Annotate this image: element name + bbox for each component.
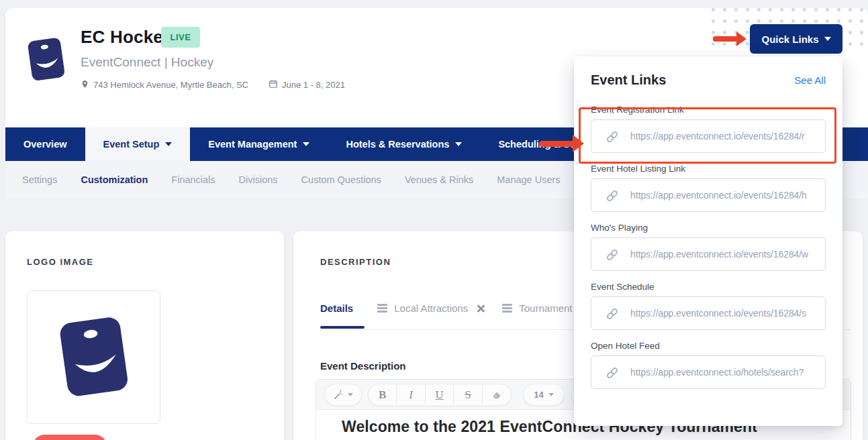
event-description-label: Event Description <box>320 360 406 372</box>
event-link-label: Open Hotel Feed <box>591 341 826 352</box>
event-registration-link-input[interactable]: https://app.eventconnect.io/events/16284… <box>591 119 826 153</box>
quick-links-button[interactable]: Quick Links <box>750 24 842 54</box>
description-tabs: Details Local Attractions Tournament Spo <box>320 302 593 314</box>
logo-image-card: LOGO IMAGE <box>5 231 284 440</box>
nav-item-event-management[interactable]: Event Management <box>190 127 328 161</box>
event-link-url: https://app.eventconnect.io/events/16284… <box>630 190 807 201</box>
subnav-item-custom-questions[interactable]: Custom Questions <box>301 174 381 185</box>
nav-item-overview[interactable]: Overview <box>5 127 85 161</box>
tab-local-attractions[interactable]: Local Attractions <box>394 302 468 314</box>
event-link-label: Event Hotel Listing Link <box>591 164 826 175</box>
chain-link-icon <box>605 307 620 324</box>
remove-logo-button[interactable] <box>32 435 107 440</box>
location-pin-icon <box>81 80 89 91</box>
chain-link-icon <box>605 248 620 265</box>
active-tab-underline <box>320 326 365 329</box>
logo-card-title: LOGO IMAGE <box>27 257 94 267</box>
description-card-title: DESCRIPTION <box>320 257 391 267</box>
event-link-label: Event Registration Link <box>591 105 826 116</box>
subnav-item-settings[interactable]: Settings <box>22 174 57 185</box>
font-size-select[interactable]: 14 <box>523 384 565 406</box>
event-link-field-whos-playing: Who's Playing https://app.eventconnect.i… <box>591 223 826 271</box>
event-link-field-hotel-listing: Event Hotel Listing Link https://app.eve… <box>591 164 826 212</box>
event-logo-badge-icon <box>24 34 68 86</box>
bold-button[interactable]: B <box>369 384 397 405</box>
event-meta-row: 743 Hemlock Avenue, Myrtle Beach, SC Jun… <box>81 79 345 91</box>
event-dates: June 1 - 8, 2021 <box>282 80 345 90</box>
chevron-down-icon <box>548 393 554 396</box>
eraser-button[interactable] <box>483 384 511 405</box>
magic-wand-button[interactable] <box>324 384 362 406</box>
event-hotel-listing-link-input[interactable]: https://app.eventconnect.io/events/16284… <box>591 178 826 212</box>
chevron-down-icon <box>303 142 309 146</box>
subnav-item-financials[interactable]: Financials <box>171 174 215 185</box>
chain-link-icon <box>605 366 620 383</box>
magic-wand-icon <box>333 389 344 400</box>
page-title: EC Hockey <box>81 27 173 48</box>
chevron-down-icon <box>455 142 462 146</box>
nav-label: Hotels & Reservations <box>346 139 449 150</box>
event-link-url: https://app.eventconnect.io/events/16284… <box>630 249 808 260</box>
whos-playing-link-input[interactable]: https://app.eventconnect.io/events/16284… <box>591 237 826 271</box>
event-link-label: Who's Playing <box>591 223 826 234</box>
subnav-item-manage-users[interactable]: Manage Users <box>497 174 560 185</box>
format-button-group: B I U S <box>368 384 512 406</box>
event-logo-badge-icon <box>53 311 135 404</box>
see-all-link[interactable]: See All <box>794 74 826 86</box>
nav-label: Event Management <box>208 139 297 150</box>
italic-button[interactable]: I <box>397 384 425 405</box>
nav-label: Event Setup <box>103 139 160 150</box>
event-link-field-open-hotel-feed: Open Hotel Feed https://app.eventconnect… <box>591 341 826 389</box>
drag-handle-icon[interactable] <box>377 304 387 306</box>
chain-link-icon <box>605 129 620 147</box>
event-link-url: https://app.eventconnect.io/events/16284… <box>630 131 805 142</box>
page: EC Hockey LIVE EventConnect | Hockey 743… <box>0 0 868 440</box>
event-link-label: Event Schedule <box>591 282 826 293</box>
event-address: 743 Hemlock Avenue, Myrtle Beach, SC <box>93 80 248 90</box>
status-badge-live: LIVE <box>161 27 200 48</box>
subnav-item-divisions[interactable]: Divisions <box>239 174 278 185</box>
chevron-down-icon <box>348 393 353 396</box>
calendar-icon <box>269 79 278 91</box>
chevron-down-icon <box>165 142 172 146</box>
strikethrough-button[interactable]: S <box>454 384 482 405</box>
nav-item-event-setup[interactable]: Event Setup <box>85 127 191 161</box>
event-link-field-schedule: Event Schedule https://app.eventconnect.… <box>591 282 826 330</box>
panel-header: Event Links See All <box>591 72 826 88</box>
event-links-panel: Event Links See All Event Registration L… <box>574 56 842 426</box>
subnav-item-customization[interactable]: Customization <box>81 174 148 185</box>
subnav-item-venues-rinks[interactable]: Venues & Rinks <box>405 174 473 185</box>
eraser-icon <box>491 390 502 400</box>
event-schedule-link-input[interactable]: https://app.eventconnect.io/events/16284… <box>591 296 826 330</box>
close-icon[interactable] <box>477 305 485 313</box>
event-link-url: https://app.eventconnect.io/events/16284… <box>630 308 806 319</box>
nav-item-hotels-reservations[interactable]: Hotels & Reservations <box>328 127 480 161</box>
chevron-down-icon <box>824 37 831 41</box>
chain-link-icon <box>605 188 620 206</box>
underline-button[interactable]: U <box>426 384 454 405</box>
open-hotel-feed-link-input[interactable]: https://app.eventconnect.io/hotels/searc… <box>591 355 826 389</box>
event-link-url: https://app.eventconnect.io/hotels/searc… <box>630 367 804 378</box>
tab-details[interactable]: Details <box>320 302 353 314</box>
drag-handle-icon[interactable] <box>502 304 512 306</box>
event-link-field-registration: Event Registration Link https://app.even… <box>591 105 826 153</box>
nav-label: Overview <box>23 139 67 150</box>
font-size-value: 14 <box>534 390 543 400</box>
event-subtitle: EventConnect | Hockey <box>81 55 213 70</box>
logo-image-preview <box>27 290 160 424</box>
quick-links-label: Quick Links <box>761 34 818 45</box>
panel-title: Event Links <box>591 72 666 88</box>
